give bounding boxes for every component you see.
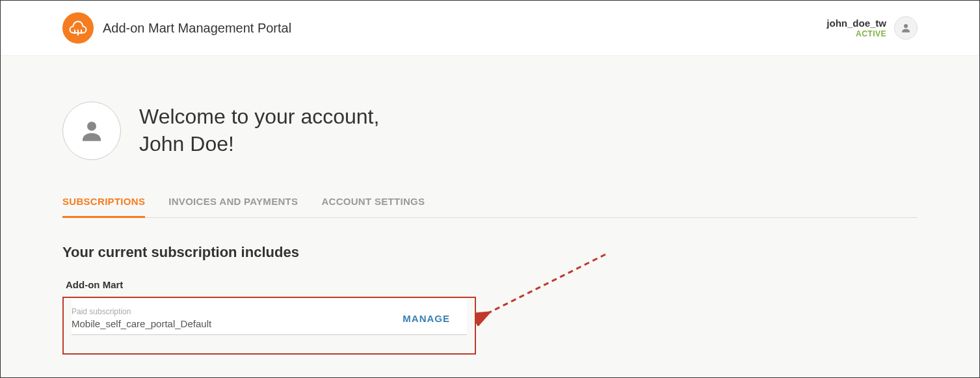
svg-point-1 — [77, 34, 79, 36]
tab-account-settings[interactable]: ACCOUNT SETTINGS — [321, 196, 425, 217]
person-icon — [78, 117, 105, 144]
welcome-heading: Welcome to your account, John Doe! — [139, 103, 379, 157]
user-info: john_doe_tw ACTIVE — [827, 18, 886, 38]
section-heading: Your current subscription includes — [62, 244, 918, 261]
user-status-badge: ACTIVE — [827, 29, 886, 38]
subscription-type-label: Paid subscription — [72, 307, 211, 316]
tab-invoices[interactable]: INVOICES AND PAYMENTS — [168, 196, 298, 217]
person-icon — [900, 22, 912, 34]
header-left: Add-on Mart Management Portal — [62, 12, 291, 44]
profile-avatar — [62, 101, 121, 160]
tab-bar: SUBSCRIPTIONS INVOICES AND PAYMENTS ACCO… — [62, 196, 918, 218]
main-content: Welcome to your account, John Doe! SUBSC… — [1, 56, 979, 377]
header-right: john_doe_tw ACTIVE — [827, 16, 918, 40]
welcome-line2: John Doe! — [139, 131, 379, 158]
svg-point-2 — [81, 32, 83, 34]
app-logo-icon — [62, 12, 94, 44]
welcome-line1: Welcome to your account, — [139, 103, 379, 131]
welcome-row: Welcome to your account, John Doe! — [62, 101, 918, 160]
subscription-card: Paid subscription Mobile_self_care_porta… — [72, 299, 467, 335]
subscription-group-label: Add-on Mart — [66, 279, 918, 290]
subscription-name: Mobile_self_care_portal_Default — [72, 318, 211, 329]
manage-button[interactable]: MANAGE — [403, 313, 457, 324]
top-header: Add-on Mart Management Portal john_doe_t… — [1, 1, 979, 56]
svg-point-6 — [904, 24, 908, 28]
svg-point-0 — [74, 32, 76, 34]
tab-subscriptions[interactable]: SUBSCRIPTIONS — [62, 196, 145, 217]
user-avatar-button[interactable] — [894, 16, 918, 40]
annotation-highlight-box: Paid subscription Mobile_self_care_porta… — [62, 297, 476, 355]
subscription-info: Paid subscription Mobile_self_care_porta… — [72, 307, 211, 329]
portal-title: Add-on Mart Management Portal — [103, 21, 291, 36]
username-label: john_doe_tw — [827, 18, 886, 29]
svg-point-7 — [87, 122, 96, 131]
